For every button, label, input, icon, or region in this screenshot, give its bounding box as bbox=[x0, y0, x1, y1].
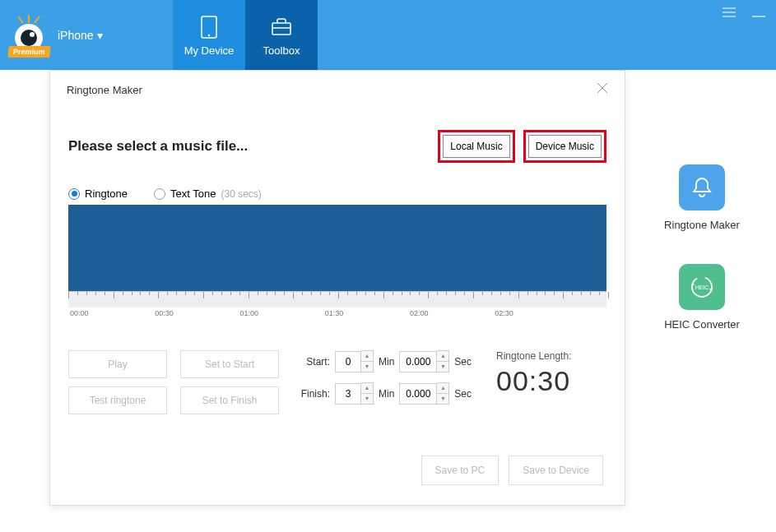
spin-up-icon[interactable]: ▲ bbox=[361, 351, 373, 362]
svg-rect-5 bbox=[272, 23, 290, 35]
dialog-title: Ringtone Maker bbox=[67, 84, 142, 96]
time-tick: 01:00 bbox=[240, 309, 259, 317]
finish-min-input[interactable]: ▲▼ bbox=[335, 382, 374, 405]
time-labels: 00:00 00:30 01:00 01:30 02:00 02:30 bbox=[68, 309, 515, 317]
ringtone-maker-dialog: Ringtone Maker Please select a music fil… bbox=[49, 70, 625, 506]
side-tools: Ringtone Maker HEIC HEIC Converter bbox=[628, 164, 776, 331]
device-selector[interactable]: iPhone ▾ bbox=[58, 29, 103, 42]
chevron-down-icon: ▾ bbox=[97, 29, 103, 42]
spin-up-icon[interactable]: ▲ bbox=[437, 383, 448, 394]
spin-down-icon[interactable]: ▼ bbox=[437, 394, 448, 405]
tool-heic-converter[interactable]: HEIC HEIC Converter bbox=[664, 264, 740, 331]
svg-point-4 bbox=[208, 35, 210, 36]
play-button[interactable]: Play bbox=[68, 350, 167, 378]
heic-icon: HEIC bbox=[679, 264, 725, 310]
set-start-button[interactable]: Set to Start bbox=[180, 350, 279, 378]
highlight-device: Device Music bbox=[523, 130, 606, 163]
finish-row: Finish: ▲▼ Min ▲▼ Sec bbox=[295, 382, 472, 405]
svg-text:HEIC: HEIC bbox=[695, 285, 709, 290]
min-unit: Min bbox=[379, 356, 394, 368]
window-controls bbox=[722, 7, 766, 18]
save-to-pc-button[interactable]: Save to PC bbox=[421, 456, 500, 485]
tablet-icon bbox=[195, 13, 223, 41]
radio-label: Text Tone bbox=[170, 187, 216, 200]
min-unit: Min bbox=[379, 388, 394, 400]
tab-label: Toolbox bbox=[263, 44, 300, 57]
time-tick: 01:30 bbox=[325, 309, 344, 317]
tool-label: HEIC Converter bbox=[664, 318, 740, 331]
select-music-message: Please select a music file... bbox=[68, 138, 248, 155]
time-inputs: Start: ▲▼ Min ▲▼ Sec Finish: bbox=[295, 350, 472, 414]
start-label: Start: bbox=[295, 356, 330, 368]
waveform-area[interactable] bbox=[68, 205, 606, 291]
finish-label: Finish: bbox=[295, 388, 330, 400]
logo-area: Premium iPhone ▾ bbox=[0, 0, 173, 70]
radio-ringtone[interactable]: Ringtone bbox=[68, 187, 128, 200]
finish-sec-field[interactable] bbox=[399, 383, 437, 405]
length-value: 00:30 bbox=[496, 365, 571, 397]
close-button[interactable] bbox=[597, 82, 608, 97]
local-music-button[interactable]: Local Music bbox=[443, 135, 509, 158]
music-source-buttons: Local Music Device Music bbox=[438, 130, 606, 163]
tab-label: My Device bbox=[184, 44, 235, 57]
start-row: Start: ▲▼ Min ▲▼ Sec bbox=[295, 350, 472, 372]
time-tick: 00:30 bbox=[155, 309, 174, 317]
tone-type-radios: Ringtone Text Tone (30 secs) bbox=[68, 187, 606, 200]
start-sec-input[interactable]: ▲▼ bbox=[399, 350, 449, 372]
controls-row: Play Test ringtone Set to Start Set to F… bbox=[68, 350, 606, 414]
device-music-button[interactable]: Device Music bbox=[528, 135, 602, 158]
finish-min-field[interactable] bbox=[335, 383, 361, 405]
spin-up-icon[interactable]: ▲ bbox=[437, 351, 448, 362]
close-icon bbox=[597, 82, 608, 94]
bell-icon bbox=[679, 164, 725, 210]
sec-unit: Sec bbox=[454, 388, 472, 400]
set-col: Set to Start Set to Finish bbox=[180, 350, 279, 414]
time-tick: 02:00 bbox=[410, 309, 429, 317]
play-col: Play Test ringtone bbox=[68, 350, 167, 414]
radio-sub: (30 secs) bbox=[221, 188, 261, 200]
menu-icon[interactable] bbox=[722, 7, 737, 18]
tool-label: Ringtone Maker bbox=[664, 219, 740, 231]
premium-badge: Premium bbox=[7, 46, 50, 58]
finish-sec-input[interactable]: ▲▼ bbox=[399, 382, 449, 405]
radio-icon bbox=[68, 188, 80, 200]
tab-my-device[interactable]: My Device bbox=[173, 0, 245, 70]
dialog-header: Ringtone Maker bbox=[50, 71, 625, 109]
svg-point-2 bbox=[30, 32, 35, 37]
test-ringtone-button[interactable]: Test ringtone bbox=[68, 386, 167, 414]
svg-point-1 bbox=[21, 30, 37, 46]
sec-unit: Sec bbox=[454, 356, 472, 368]
select-music-row: Please select a music file... Local Musi… bbox=[68, 130, 606, 163]
time-tick: 00:00 bbox=[70, 309, 89, 317]
tab-toolbox[interactable]: Toolbox bbox=[245, 0, 318, 70]
spin-down-icon[interactable]: ▼ bbox=[437, 362, 448, 372]
radio-label: Ringtone bbox=[85, 187, 128, 200]
start-min-input[interactable]: ▲▼ bbox=[335, 350, 374, 372]
dialog-footer: Save to PC Save to Device bbox=[68, 456, 606, 485]
time-tick: 02:30 bbox=[495, 309, 513, 317]
set-finish-button[interactable]: Set to Finish bbox=[180, 386, 279, 414]
highlight-local: Local Music bbox=[438, 130, 514, 163]
minimize-icon[interactable] bbox=[751, 7, 766, 18]
radio-icon bbox=[154, 188, 165, 200]
spin-down-icon[interactable]: ▼ bbox=[361, 362, 373, 372]
toolbox-icon bbox=[267, 13, 295, 41]
top-bar: Premium iPhone ▾ My Device Toolbox bbox=[0, 0, 776, 70]
ringtone-length: Ringtone Length: 00:30 bbox=[496, 350, 571, 414]
length-title: Ringtone Length: bbox=[496, 350, 571, 362]
save-to-device-button[interactable]: Save to Device bbox=[509, 456, 603, 485]
spin-down-icon[interactable]: ▼ bbox=[361, 394, 373, 405]
time-ruler bbox=[68, 291, 606, 308]
device-label-text: iPhone bbox=[58, 29, 94, 42]
app-logo: Premium bbox=[8, 15, 49, 56]
tool-ringtone-maker[interactable]: Ringtone Maker bbox=[664, 164, 740, 231]
radio-text-tone[interactable]: Text Tone (30 secs) bbox=[154, 187, 262, 200]
spin-up-icon[interactable]: ▲ bbox=[361, 383, 373, 394]
start-sec-field[interactable] bbox=[399, 351, 437, 372]
start-min-field[interactable] bbox=[335, 351, 361, 372]
